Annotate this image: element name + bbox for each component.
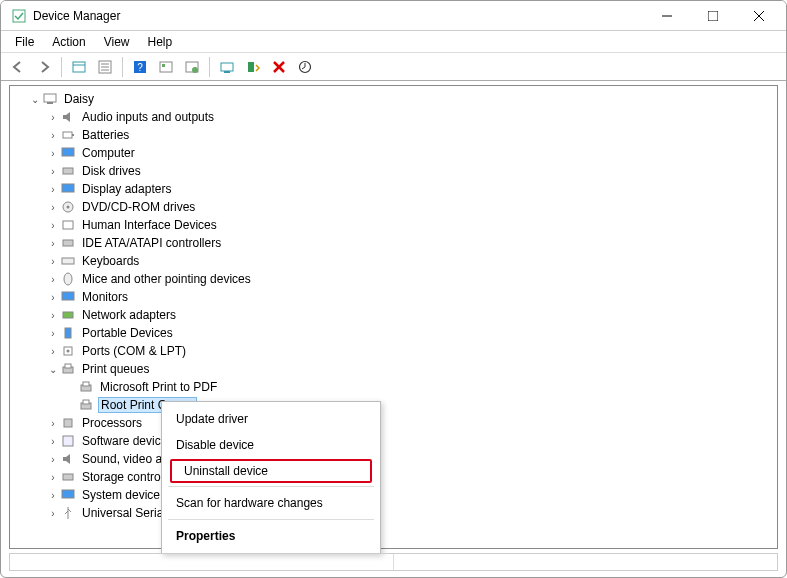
show-hide-console-button[interactable]	[68, 56, 90, 78]
context-properties[interactable]: Properties	[162, 523, 380, 549]
svg-rect-38	[65, 328, 71, 338]
tree-item[interactable]: Network adapters	[10, 306, 777, 324]
tree-item-label: Sound, video a	[80, 452, 164, 466]
chevron-right-icon[interactable]	[46, 274, 60, 285]
close-button[interactable]	[736, 1, 782, 31]
chevron-right-icon[interactable]	[46, 490, 60, 501]
chevron-right-icon[interactable]	[46, 454, 60, 465]
tree-item[interactable]: Batteries	[10, 126, 777, 144]
help-button[interactable]: ?	[129, 56, 151, 78]
tree-item-label: System device	[80, 488, 162, 502]
battery-icon	[60, 127, 76, 143]
audio-icon	[60, 109, 76, 125]
chevron-right-icon[interactable]	[46, 112, 60, 123]
tree-item-root-print-queue[interactable]: Root Print Queue	[10, 396, 777, 414]
add-legacy-hardware-button[interactable]	[242, 56, 264, 78]
scan-hardware-button[interactable]	[216, 56, 238, 78]
tree-item-label: Monitors	[80, 290, 130, 304]
uninstall-button[interactable]	[268, 56, 290, 78]
menu-help[interactable]: Help	[140, 33, 181, 51]
context-menu: Update driver Disable device Uninstall d…	[161, 401, 381, 554]
tree-item[interactable]: System device	[10, 486, 777, 504]
context-uninstall-device[interactable]: Uninstall device	[170, 459, 372, 483]
tree-item[interactable]: Audio inputs and outputs	[10, 108, 777, 126]
action-button-1[interactable]	[155, 56, 177, 78]
svg-rect-23	[44, 94, 56, 102]
svg-rect-0	[13, 10, 25, 22]
chevron-right-icon[interactable]	[46, 310, 60, 321]
app-icon	[11, 8, 27, 24]
tree-item-print-pdf[interactable]: Microsoft Print to PDF	[10, 378, 777, 396]
chevron-right-icon[interactable]	[46, 508, 60, 519]
tree-item[interactable]: Sound, video a	[10, 450, 777, 468]
context-scan-hardware[interactable]: Scan for hardware changes	[162, 490, 380, 516]
chevron-right-icon[interactable]	[46, 346, 60, 357]
chevron-right-icon[interactable]	[46, 202, 60, 213]
tree-item[interactable]: Software devic	[10, 432, 777, 450]
tree-item-label: Portable Devices	[80, 326, 175, 340]
printer-icon	[60, 361, 76, 377]
action-button-2[interactable]	[181, 56, 203, 78]
tree-root[interactable]: Daisy	[10, 90, 777, 108]
chevron-right-icon[interactable]	[46, 166, 60, 177]
svg-rect-14	[162, 64, 165, 67]
tree-item[interactable]: Computer	[10, 144, 777, 162]
chevron-right-icon[interactable]	[46, 184, 60, 195]
forward-button[interactable]	[33, 56, 55, 78]
tree-item[interactable]: Portable Devices	[10, 324, 777, 342]
svg-rect-47	[64, 419, 72, 427]
ports-icon	[60, 343, 76, 359]
tree-item[interactable]: IDE ATA/ATAPI controllers	[10, 234, 777, 252]
tree-item-label: Software devic	[80, 434, 163, 448]
chevron-right-icon[interactable]	[46, 418, 60, 429]
svg-rect-2	[708, 11, 718, 21]
chevron-right-icon[interactable]	[46, 130, 60, 141]
tree-item[interactable]: Mice and other pointing devices	[10, 270, 777, 288]
tree-item[interactable]: Universal Seria	[10, 504, 777, 522]
properties-button[interactable]	[94, 56, 116, 78]
back-button[interactable]	[7, 56, 29, 78]
menu-file[interactable]: File	[7, 33, 42, 51]
chevron-right-icon[interactable]	[46, 472, 60, 483]
tree-item[interactable]: Disk drives	[10, 162, 777, 180]
chevron-down-icon[interactable]	[28, 94, 42, 105]
chevron-right-icon[interactable]	[46, 148, 60, 159]
tree-item[interactable]: Processors	[10, 414, 777, 432]
chevron-right-icon[interactable]	[46, 238, 60, 249]
chevron-right-icon[interactable]	[46, 220, 60, 231]
chevron-right-icon[interactable]	[46, 328, 60, 339]
tree-item-print-queues[interactable]: Print queues	[10, 360, 777, 378]
tree-item[interactable]: Ports (COM & LPT)	[10, 342, 777, 360]
menu-view[interactable]: View	[96, 33, 138, 51]
titlebar: Device Manager	[1, 1, 786, 31]
context-update-driver[interactable]: Update driver	[162, 406, 380, 432]
device-tree[interactable]: Daisy Audio inputs and outputs Batteries…	[9, 85, 778, 549]
tree-item[interactable]: Human Interface Devices	[10, 216, 777, 234]
chevron-right-icon[interactable]	[46, 292, 60, 303]
monitor-icon	[60, 289, 76, 305]
tree-item-label: Universal Seria	[80, 506, 165, 520]
chevron-right-icon[interactable]	[46, 256, 60, 267]
tree-item[interactable]: Keyboards	[10, 252, 777, 270]
computer-icon	[42, 91, 58, 107]
tree-item[interactable]: Monitors	[10, 288, 777, 306]
window-title: Device Manager	[33, 9, 120, 23]
ide-icon	[60, 235, 76, 251]
svg-rect-17	[221, 63, 233, 71]
update-driver-button[interactable]	[294, 56, 316, 78]
tree-item[interactable]: DVD/CD-ROM drives	[10, 198, 777, 216]
tree-item-label: Mice and other pointing devices	[80, 272, 253, 286]
tree-item-label: Storage contro	[80, 470, 163, 484]
tree-item-label: Processors	[80, 416, 144, 430]
chevron-right-icon[interactable]	[46, 436, 60, 447]
svg-point-16	[192, 67, 198, 73]
minimize-button[interactable]	[644, 1, 690, 31]
portable-icon	[60, 325, 76, 341]
tree-item[interactable]: Storage contro	[10, 468, 777, 486]
context-disable-device[interactable]: Disable device	[162, 432, 380, 458]
maximize-button[interactable]	[690, 1, 736, 31]
svg-rect-13	[160, 62, 172, 72]
chevron-down-icon[interactable]	[46, 364, 60, 375]
tree-item[interactable]: Display adapters	[10, 180, 777, 198]
menu-action[interactable]: Action	[44, 33, 93, 51]
